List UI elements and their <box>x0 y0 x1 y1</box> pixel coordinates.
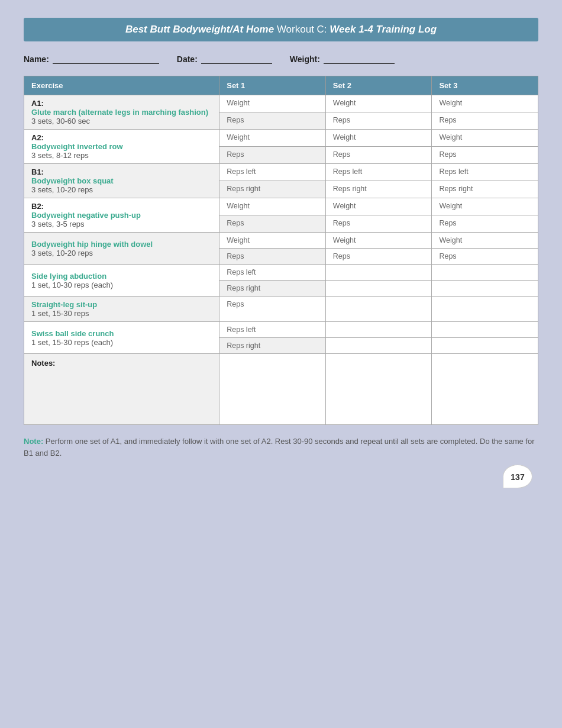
weight-label: Weight: <box>290 54 320 64</box>
table-row: Bodyweight hip hinge with dowel3 sets, 1… <box>24 233 538 249</box>
col-set1: Set 1 <box>219 76 326 95</box>
col-set3: Set 3 <box>432 76 538 95</box>
table-row: Straight-leg sit-up1 set, 15-30 repsReps <box>24 297 538 322</box>
table-row: Swiss ball side crunch1 set, 15-30 reps … <box>24 322 538 338</box>
page-number: 137 <box>503 465 532 488</box>
date-label: Date: <box>177 54 198 64</box>
table-header-row: Exercise Set 1 Set 2 Set 3 <box>24 76 538 95</box>
col-exercise: Exercise <box>24 76 219 95</box>
page-number-area: 137 <box>24 465 538 488</box>
footer-note: Note: Perform one set of A1, and immedia… <box>24 436 538 459</box>
date-field: Date: <box>177 53 272 64</box>
name-input[interactable] <box>53 53 159 64</box>
weight-input[interactable] <box>324 53 395 64</box>
table-row: A1:Glute march (alternate legs in marchi… <box>24 95 538 112</box>
workout-table: Exercise Set 1 Set 2 Set 3 A1:Glute marc… <box>24 76 538 425</box>
notes-row: Notes: <box>24 354 538 425</box>
name-label: Name: <box>24 54 49 64</box>
col-set2: Set 2 <box>325 76 432 95</box>
date-input[interactable] <box>201 53 272 64</box>
page-title: Best Butt Bodyweight/At Home Workout C: … <box>24 18 538 41</box>
table-row: B1:Bodyweight box squat3 sets, 10-20 rep… <box>24 164 538 181</box>
name-field: Name: <box>24 53 159 64</box>
table-row: Side lying abduction1 set, 10-30 reps (e… <box>24 265 538 281</box>
table-row: A2:Bodyweight inverted row3 sets, 8-12 r… <box>24 130 538 147</box>
weight-field: Weight: <box>290 53 395 64</box>
table-row: B2:Bodyweight negative push-up3 sets, 3-… <box>24 198 538 215</box>
form-row: Name: Date: Weight: <box>24 53 538 64</box>
